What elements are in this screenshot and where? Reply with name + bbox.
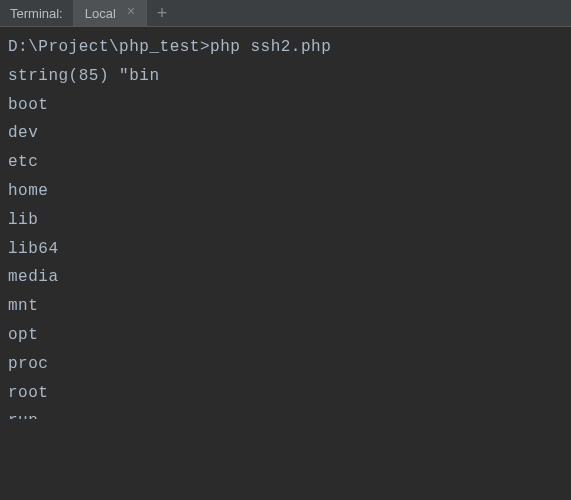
add-tab-button[interactable]: + (147, 4, 178, 22)
terminal-output-line: mnt (8, 292, 563, 321)
terminal-output[interactable]: D:\Project\php_test>php ssh2.php string(… (0, 27, 571, 425)
tab-label: Local (85, 6, 116, 21)
terminal-output-line: string(85) "bin (8, 62, 563, 91)
terminal-output-line: dev (8, 119, 563, 148)
terminal-output-line: etc (8, 148, 563, 177)
terminal-output-line: lib (8, 206, 563, 235)
terminal-output-line: root (8, 379, 563, 408)
terminal-output-line: proc (8, 350, 563, 379)
terminal-panel-title: Terminal: (0, 6, 73, 21)
terminal-output-line: media (8, 263, 563, 292)
terminal-output-line: boot (8, 91, 563, 120)
close-icon[interactable]: × (124, 6, 138, 20)
terminal-output-line: opt (8, 321, 563, 350)
terminal-output-line: lib64 (8, 235, 563, 264)
terminal-prompt-line: D:\Project\php_test>php ssh2.php (8, 33, 563, 62)
terminal-output-line: home (8, 177, 563, 206)
tab-local[interactable]: Local × (73, 0, 147, 26)
terminal-tab-bar: Terminal: Local × + (0, 0, 571, 27)
terminal-output-line: run (8, 407, 563, 419)
